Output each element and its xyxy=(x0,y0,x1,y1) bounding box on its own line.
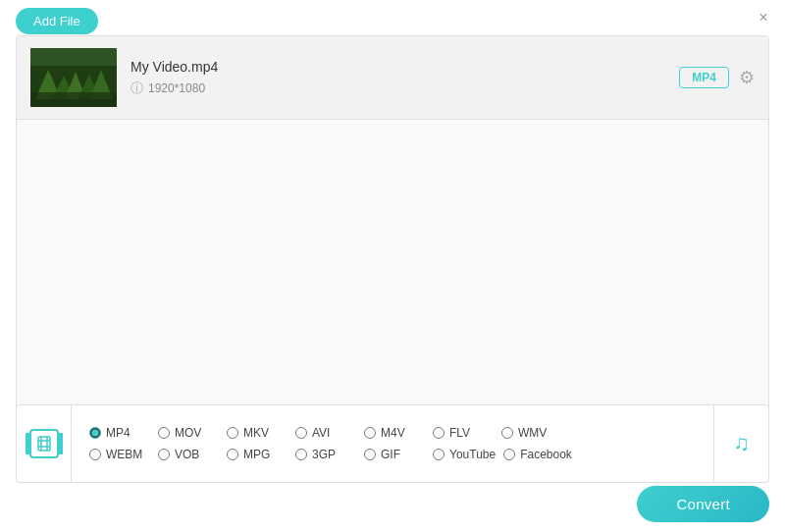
settings-icon[interactable]: ⚙ xyxy=(739,67,755,88)
file-actions: MP4 ⚙ xyxy=(679,67,755,88)
format-option-facebook[interactable]: Facebook xyxy=(499,446,576,463)
format-option-3gp[interactable]: 3GP xyxy=(291,446,360,463)
close-button[interactable]: × xyxy=(754,8,773,27)
file-info: My Video.mp4 ⓘ 1920*1080 xyxy=(131,59,665,97)
format-option-mp4[interactable]: MP4 xyxy=(85,424,154,442)
info-icon: ⓘ xyxy=(131,80,143,97)
format-row-2: WEBMVOBMPG3GPGIFYouTubeFacebook xyxy=(85,446,700,463)
close-icon: × xyxy=(759,9,767,27)
format-badge[interactable]: MP4 xyxy=(679,67,729,88)
format-option-vob[interactable]: VOB xyxy=(154,446,223,463)
video-format-tab[interactable] xyxy=(17,405,72,482)
file-name: My Video.mp4 xyxy=(131,59,665,75)
main-content-area: My Video.mp4 ⓘ 1920*1080 MP4 ⚙ xyxy=(16,35,769,444)
format-row-1: MP4MOVMKVAVIM4VFLVWMV xyxy=(85,424,700,442)
format-option-mkv[interactable]: MKV xyxy=(223,424,291,442)
format-option-wmv[interactable]: WMV xyxy=(497,424,566,442)
file-item-row: My Video.mp4 ⓘ 1920*1080 MP4 ⚙ xyxy=(17,36,768,120)
audio-format-tab[interactable]: ♫ xyxy=(713,405,768,482)
format-option-gif[interactable]: GIF xyxy=(360,446,429,463)
format-option-webm[interactable]: WEBM xyxy=(85,446,154,463)
format-option-flv[interactable]: FLV xyxy=(429,424,497,442)
music-note-icon: ♫ xyxy=(733,431,750,456)
svg-rect-9 xyxy=(38,437,50,451)
format-option-mov[interactable]: MOV xyxy=(154,424,223,442)
titlebar: × xyxy=(0,0,785,35)
video-thumbnail xyxy=(30,48,117,107)
add-file-button[interactable]: Add File xyxy=(16,8,98,34)
svg-rect-7 xyxy=(30,92,117,107)
format-option-avi[interactable]: AVI xyxy=(291,424,360,442)
convert-button[interactable]: Convert xyxy=(637,486,769,522)
format-selector-bar: MP4MOVMKVAVIM4VFLVWMVWEBMVOBMPG3GPGIFYou… xyxy=(16,404,769,483)
file-resolution: ⓘ 1920*1080 xyxy=(131,80,665,97)
svg-rect-8 xyxy=(30,48,117,66)
format-option-youtube[interactable]: YouTube xyxy=(429,446,499,463)
film-icon xyxy=(29,429,59,458)
format-option-mpg[interactable]: MPG xyxy=(223,446,291,463)
format-options-grid: MP4MOVMKVAVIM4VFLVWMVWEBMVOBMPG3GPGIFYou… xyxy=(72,416,713,471)
format-option-m4v[interactable]: M4V xyxy=(360,424,429,442)
